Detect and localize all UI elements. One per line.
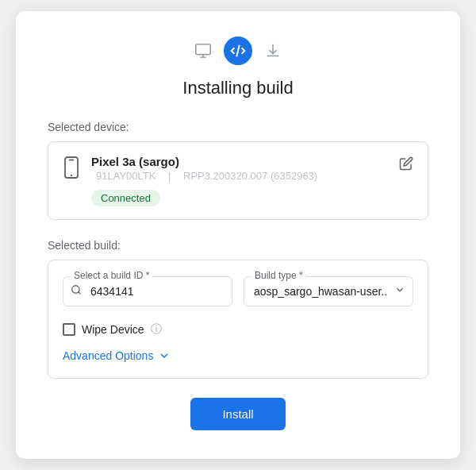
build-inputs-row: Select a build ID * Build type * aosp_sa… <box>63 276 413 306</box>
separator: | <box>168 170 171 182</box>
device-info: Pixel 3a (sargo) 91LAY00LTK | RPP3.20032… <box>91 155 388 206</box>
wipe-device-row: Wipe Device ⓘ <box>63 322 413 337</box>
installing-build-dialog: Installing build Selected device: Pixel … <box>16 11 460 459</box>
device-meta: 91LAY00LTK | RPP3.200320.007 (6352963) <box>91 170 388 182</box>
wipe-device-label: Wipe Device <box>82 323 144 336</box>
wipe-device-checkbox[interactable] <box>63 323 75 336</box>
build-id-label: Select a build ID * <box>71 270 152 281</box>
transfer-step-icon <box>224 37 252 65</box>
device-serial: 91LAY00LTK <box>96 170 155 182</box>
advanced-options-label: Advanced Options <box>63 349 153 362</box>
build-section-label: Selected build: <box>48 239 428 252</box>
device-card: Pixel 3a (sargo) 91LAY00LTK | RPP3.20032… <box>48 141 428 220</box>
page-title: Installing build <box>48 78 428 98</box>
search-icon <box>71 284 82 299</box>
connected-badge: Connected <box>91 190 160 206</box>
chevron-down-icon <box>158 349 171 362</box>
advanced-options-toggle[interactable]: Advanced Options <box>63 349 413 362</box>
device-section-label: Selected device: <box>48 121 428 133</box>
stepper <box>48 37 428 65</box>
help-icon[interactable]: ⓘ <box>151 322 162 337</box>
build-type-label: Build type * <box>251 270 306 281</box>
build-id-field-group: Select a build ID * <box>63 276 232 306</box>
device-build: RPP3.200320.007 (6352963) <box>183 170 317 182</box>
download-step-icon <box>259 37 287 65</box>
build-type-field-group: Build type * aosp_sargo_hwasan-user... <box>244 276 413 306</box>
device-name: Pixel 3a (sargo) <box>91 155 388 168</box>
build-card: Select a build ID * Build type * aosp_sa… <box>48 260 428 379</box>
edit-device-icon[interactable] <box>399 156 413 174</box>
device-icon <box>63 156 80 182</box>
svg-point-6 <box>72 286 79 293</box>
monitor-step-icon <box>189 37 217 65</box>
svg-line-7 <box>79 292 81 295</box>
install-button[interactable]: Install <box>190 398 285 430</box>
svg-rect-0 <box>196 44 210 55</box>
svg-point-4 <box>71 175 72 176</box>
